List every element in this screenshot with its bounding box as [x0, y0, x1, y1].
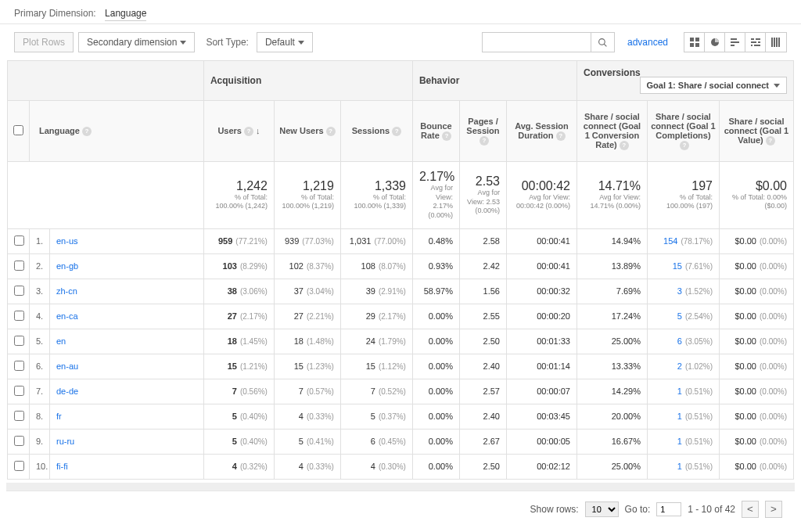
completions-link[interactable]: 1 — [677, 437, 682, 446]
row-checkbox[interactable] — [14, 361, 24, 371]
show-rows-label: Show rows: — [530, 504, 579, 515]
table-row: 1.en-us959(77.21%)939(77.03%)1,031(77.00… — [8, 228, 794, 253]
bar-view-icon[interactable] — [725, 33, 745, 52]
search-input[interactable] — [482, 32, 591, 52]
row-checkbox[interactable] — [14, 386, 24, 396]
language-link[interactable]: fr — [56, 412, 62, 421]
search-button[interactable] — [591, 32, 615, 52]
plot-rows-button: Plot Rows — [14, 32, 74, 52]
view-toggle — [684, 32, 787, 52]
col-completions[interactable]: Share / social connect (Goal 1 Completio… — [647, 101, 719, 162]
secondary-dimension-dropdown[interactable]: Secondary dimension — [78, 32, 195, 52]
completions-link[interactable]: 1 — [677, 412, 682, 421]
completions-link[interactable]: 1 — [677, 462, 682, 471]
col-bounce-rate[interactable]: Bounce Rate? — [412, 101, 459, 162]
language-link[interactable]: de-de — [56, 386, 78, 396]
completions-link[interactable]: 2 — [677, 361, 682, 371]
svg-rect-4 — [690, 43, 694, 47]
row-checkbox[interactable] — [14, 286, 24, 296]
primary-dimension-value[interactable]: Language — [105, 8, 146, 21]
row-checkbox[interactable] — [14, 261, 24, 271]
language-link[interactable]: fi-fi — [56, 462, 68, 471]
goal-dropdown[interactable]: Goal 1: Share / social connect — [640, 77, 788, 94]
language-link[interactable]: zh-cn — [56, 286, 77, 296]
row-index: 1. — [30, 228, 50, 253]
help-icon[interactable]: ? — [244, 127, 253, 136]
primary-dimension-label: Primary Dimension: — [14, 8, 96, 19]
row-index: 8. — [30, 404, 50, 429]
language-link[interactable]: en-us — [56, 236, 78, 246]
svg-rect-5 — [695, 43, 699, 47]
table-row: 8.fr5(0.40%)4(0.33%)5(0.37%)0.00%2.4000:… — [8, 404, 794, 429]
pagination-footer: Show rows: 10 Go to: 1 - 10 of 42 < > — [6, 491, 795, 527]
row-checkbox[interactable] — [14, 336, 24, 346]
group-conversions: Conversions Goal 1: Share / social conne… — [577, 61, 793, 101]
scrollbar[interactable] — [6, 483, 795, 491]
go-to-label: Go to: — [625, 504, 651, 515]
svg-rect-7 — [731, 38, 737, 40]
search-icon — [598, 38, 608, 48]
help-icon[interactable]: ? — [620, 141, 629, 150]
pie-view-icon[interactable] — [705, 33, 725, 52]
completions-link[interactable]: 1 — [677, 386, 682, 396]
pivot-view-icon[interactable] — [766, 33, 786, 52]
rows-per-page-select[interactable]: 10 — [585, 501, 619, 517]
help-icon[interactable]: ? — [480, 136, 489, 146]
go-to-input[interactable] — [656, 502, 681, 516]
help-icon[interactable]: ? — [392, 127, 401, 136]
col-new-users[interactable]: New Users? — [274, 101, 340, 162]
completions-link[interactable]: 6 — [677, 336, 682, 346]
row-checkbox[interactable] — [14, 436, 24, 446]
row-checkbox[interactable] — [14, 235, 24, 246]
svg-rect-12 — [751, 41, 756, 43]
table-row: 10.fi-fi4(0.32%)4(0.33%)4(0.30%)0.00%2.5… — [8, 454, 794, 479]
summary-row: 1,242% of Total: 100.00% (1,242) 1,219% … — [8, 162, 794, 229]
language-link[interactable]: en-gb — [56, 261, 78, 271]
toolbar: Plot Rows Secondary dimension Sort Type:… — [0, 24, 801, 60]
next-page-button[interactable]: > — [765, 501, 782, 518]
col-language[interactable]: Language? — [30, 101, 204, 162]
completions-link[interactable]: 3 — [677, 286, 682, 296]
svg-rect-19 — [778, 38, 780, 47]
help-icon[interactable]: ? — [82, 127, 92, 136]
table-view-icon[interactable] — [684, 33, 705, 52]
chevron-down-icon — [298, 41, 304, 45]
completions-link[interactable]: 15 — [673, 261, 682, 271]
help-icon[interactable]: ? — [442, 131, 451, 141]
row-checkbox[interactable] — [14, 461, 24, 471]
sort-type-dropdown[interactable]: Default — [257, 32, 313, 52]
language-link[interactable]: ru-ru — [56, 437, 74, 446]
help-icon[interactable]: ? — [326, 127, 336, 136]
table-row: 3.zh-cn38(3.06%)37(3.04%)39(2.91%)58.97%… — [8, 279, 794, 304]
svg-rect-11 — [756, 38, 760, 40]
row-index: 10. — [30, 454, 50, 479]
comparison-view-icon[interactable] — [745, 33, 766, 52]
col-conv-rate[interactable]: Share / social connect (Goal 1 Conversio… — [577, 101, 647, 162]
row-index: 3. — [30, 279, 50, 304]
language-link[interactable]: en-au — [56, 361, 78, 371]
prev-page-button[interactable]: < — [742, 501, 759, 518]
help-icon[interactable]: ? — [556, 131, 566, 141]
primary-dimension-bar: Primary Dimension: Language — [0, 0, 801, 24]
row-checkbox[interactable] — [14, 311, 24, 321]
select-all-checkbox[interactable] — [13, 125, 23, 135]
svg-rect-9 — [731, 45, 735, 46]
help-icon[interactable]: ? — [766, 136, 775, 146]
completions-link[interactable]: 154 — [663, 236, 677, 246]
language-link[interactable]: en-ca — [56, 311, 78, 321]
col-avg-duration[interactable]: Avg. Session Duration? — [506, 101, 577, 162]
col-sessions[interactable]: Sessions? — [340, 101, 412, 162]
col-users[interactable]: Users?↓ — [203, 101, 274, 162]
table-row: 7.de-de7(0.56%)7(0.57%)7(0.52%)0.00%2.57… — [8, 379, 794, 404]
table-row: 6.en-au15(1.21%)15(1.23%)15(1.12%)0.00%2… — [8, 354, 794, 379]
advanced-link[interactable]: advanced — [627, 37, 668, 48]
table-row: 2.en-gb103(8.29%)102(8.37%)108(8.07%)0.9… — [8, 253, 794, 279]
chevron-down-icon — [180, 41, 186, 45]
col-value[interactable]: Share / social connect (Goal 1 Value)? — [719, 101, 793, 162]
help-icon[interactable]: ? — [680, 141, 689, 150]
col-pages-session[interactable]: Pages / Session? — [459, 101, 506, 162]
language-link[interactable]: en — [56, 336, 66, 346]
svg-rect-13 — [758, 41, 760, 43]
row-checkbox[interactable] — [14, 411, 24, 421]
completions-link[interactable]: 5 — [677, 311, 682, 321]
